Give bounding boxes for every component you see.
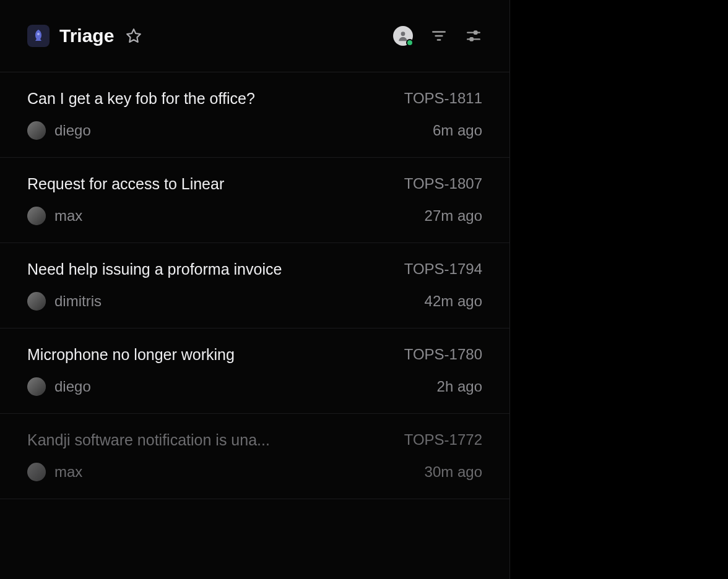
header-actions [393, 26, 482, 46]
detail-panel [510, 0, 728, 579]
item-title: Microphone no longer working [27, 346, 235, 364]
filter-icon [431, 28, 447, 44]
list-item-row-1: Microphone no longer workingTOPS-1780 [27, 346, 482, 364]
author-name: max [54, 207, 82, 225]
item-title: Request for access to Linear [27, 175, 224, 193]
item-author: diego [27, 377, 91, 396]
item-id: TOPS-1811 [404, 90, 482, 107]
list-item-row-2: diego2h ago [27, 377, 482, 396]
item-id: TOPS-1807 [404, 175, 482, 192]
list-item[interactable]: Kandji software notification is una...TO… [0, 414, 509, 499]
online-status-dot [406, 39, 414, 46]
page-title: Triage [59, 25, 114, 46]
item-timestamp: 2h ago [437, 378, 482, 395]
app-root: Triage [0, 0, 728, 579]
list-item[interactable]: Need help issuing a proforma invoiceTOPS… [0, 243, 509, 328]
list-item-row-2: max30m ago [27, 463, 482, 481]
list-item-row-2: max27m ago [27, 207, 482, 225]
author-name: diego [54, 378, 91, 395]
item-title: Kandji software notification is una... [27, 431, 270, 449]
svg-rect-8 [470, 38, 473, 40]
settings-button[interactable] [465, 27, 482, 45]
svg-rect-7 [474, 31, 477, 33]
list-item-row-2: dimitris42m ago [27, 292, 482, 311]
avatar [27, 463, 46, 481]
list-item-row-1: Kandji software notification is una...TO… [27, 431, 482, 449]
sliders-icon [466, 28, 482, 44]
item-id: TOPS-1772 [404, 431, 482, 448]
list-item[interactable]: Can I get a key fob for the office?TOPS-… [0, 72, 509, 158]
avatar [27, 207, 46, 225]
list-item-row-1: Request for access to LinearTOPS-1807 [27, 175, 482, 193]
star-icon [126, 28, 142, 44]
filter-button[interactable] [430, 27, 448, 45]
author-name: dimitris [54, 293, 102, 310]
list-item-row-1: Need help issuing a proforma invoiceTOPS… [27, 260, 482, 278]
current-user-avatar[interactable] [393, 26, 413, 46]
rocket-icon [27, 25, 50, 47]
list-item-row-1: Can I get a key fob for the office?TOPS-… [27, 90, 482, 108]
item-author: max [27, 207, 82, 225]
item-timestamp: 6m ago [433, 122, 482, 139]
item-author: diego [27, 121, 91, 140]
panel-header: Triage [0, 0, 509, 72]
list-item[interactable]: Microphone no longer workingTOPS-1780die… [0, 328, 509, 414]
item-timestamp: 30m ago [425, 463, 482, 481]
svg-point-1 [401, 32, 405, 36]
item-id: TOPS-1780 [404, 346, 482, 363]
item-title: Need help issuing a proforma invoice [27, 260, 282, 278]
triage-panel: Triage [0, 0, 510, 579]
item-id: TOPS-1794 [404, 260, 482, 278]
author-name: diego [54, 122, 91, 139]
avatar [27, 377, 46, 396]
list-item[interactable]: Request for access to LinearTOPS-1807max… [0, 158, 509, 243]
item-timestamp: 42m ago [425, 293, 482, 310]
list-item-row-2: diego6m ago [27, 121, 482, 140]
favorite-button[interactable] [124, 26, 144, 46]
avatar [27, 121, 46, 140]
avatar [27, 292, 46, 311]
item-timestamp: 27m ago [425, 207, 482, 225]
item-author: dimitris [27, 292, 102, 311]
item-title: Can I get a key fob for the office? [27, 90, 255, 108]
author-name: max [54, 463, 82, 481]
triage-list: Can I get a key fob for the office?TOPS-… [0, 72, 509, 499]
item-author: max [27, 463, 82, 481]
svg-point-0 [37, 33, 40, 35]
